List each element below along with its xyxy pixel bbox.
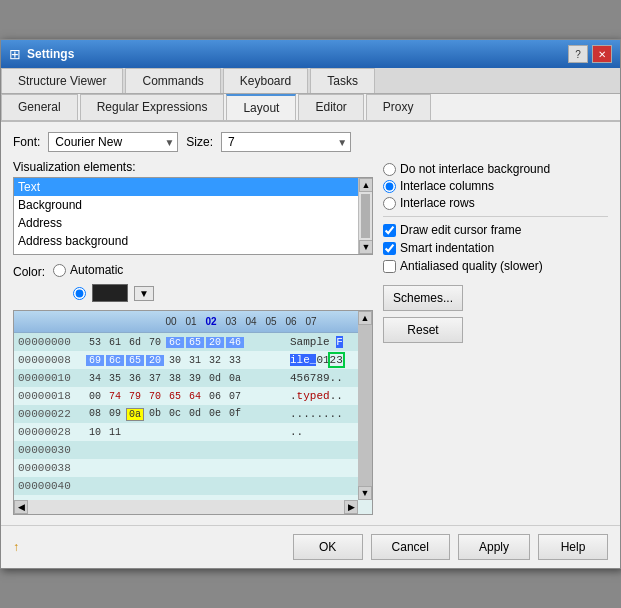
smart-indent-option[interactable]: Smart indentation <box>383 241 608 255</box>
byte-1-4: 30 <box>166 355 184 366</box>
tab-proxy[interactable]: Proxy <box>366 94 431 120</box>
hex-scroll-up[interactable]: ▲ <box>358 311 372 325</box>
byte-3-6: 06 <box>206 391 224 402</box>
text-cursor-1: 23 <box>330 354 343 366</box>
text-highlight-0: F <box>336 336 343 348</box>
byte-0-0: 53 <box>86 337 104 348</box>
byte-1-3: 20 <box>146 355 164 366</box>
byte-3-4: 65 <box>166 391 184 402</box>
title-bar: ⊞ Settings ? ✕ <box>1 40 620 68</box>
cancel-button[interactable]: Cancel <box>371 534 450 560</box>
color-label: Color: <box>13 265 45 279</box>
antialiased-option[interactable]: Antialiased quality (slower) <box>383 259 608 273</box>
tab-structure-viewer[interactable]: Structure Viewer <box>1 68 123 93</box>
tab-tasks[interactable]: Tasks <box>310 68 375 93</box>
byte-5-2 <box>126 427 144 438</box>
window-title: Settings <box>27 47 74 61</box>
hex-container: 00 01 02 03 04 05 06 07 00000000 <box>13 310 373 515</box>
byte-5-4 <box>166 427 184 438</box>
addr-1: 00000008 <box>14 354 86 366</box>
tab-general[interactable]: General <box>1 94 78 120</box>
tab-layout[interactable]: Layout <box>226 94 296 120</box>
scroll-up-arrow[interactable]: ▲ <box>359 178 373 192</box>
viz-item-address[interactable]: Address <box>14 214 372 232</box>
viz-item-background[interactable]: Background <box>14 196 372 214</box>
scroll-thumb[interactable] <box>361 194 370 238</box>
byte-4-0: 08 <box>86 408 104 421</box>
byte-3-5: 64 <box>186 391 204 402</box>
hex-row-0: 00000000 53 61 6d 70 6c 65 20 46 <box>14 333 372 351</box>
smart-indent-label: Smart indentation <box>400 241 494 255</box>
hex-row-5: 00000028 10 11 . <box>14 423 372 441</box>
automatic-radio-label[interactable]: Automatic <box>53 263 123 277</box>
byte-1-5: 31 <box>186 355 204 366</box>
byte-3-7: 07 <box>226 391 244 402</box>
font-select-wrap: Courier New ▼ <box>48 132 178 152</box>
byte-2-7: 0a <box>226 373 244 384</box>
addr-5: 00000028 <box>14 426 86 438</box>
addr-4: 00000022 <box>14 408 86 420</box>
no-interlace-option[interactable]: Do not interlace background <box>383 162 608 176</box>
draw-cursor-checkbox[interactable] <box>383 224 396 237</box>
color-dropdown-button[interactable]: ▼ <box>134 286 154 301</box>
interlace-cols-radio[interactable] <box>383 180 396 193</box>
hex-row-4: 00000022 08 09 0a 0b 0c 0d 0e 0f <box>14 405 372 423</box>
interlace-rows-radio[interactable] <box>383 197 396 210</box>
tab-commands[interactable]: Commands <box>125 68 220 93</box>
bytes-5: 10 11 <box>86 427 286 438</box>
addr-7: 00000038 <box>14 462 86 474</box>
bottom-bar: ↑ OK Cancel Apply Help <box>1 525 620 568</box>
hex-vscrollbar[interactable]: ▲ ▼ <box>358 311 372 500</box>
font-label: Font: <box>13 135 40 149</box>
close-button[interactable]: ✕ <box>592 45 612 63</box>
bytes-3: 00 74 79 70 65 64 06 07 <box>86 391 286 402</box>
byte-4-6: 0e <box>206 408 224 421</box>
size-label: Size: <box>186 135 213 149</box>
color-radio[interactable] <box>73 287 86 300</box>
byte-5-5 <box>186 427 204 438</box>
viz-scrollbar[interactable]: ▲ ▼ <box>358 178 372 254</box>
help-button[interactable]: Help <box>538 534 608 560</box>
byte-0-1: 61 <box>106 337 124 348</box>
tab-editor[interactable]: Editor <box>298 94 363 120</box>
col-header-01: 01 <box>182 316 200 327</box>
scroll-down-arrow[interactable]: ▼ <box>359 240 373 254</box>
byte-0-4: 6c <box>166 337 184 348</box>
byte-5-7 <box>226 427 244 438</box>
hex-row-2: 00000010 34 35 36 37 38 39 0d 0a <box>14 369 372 387</box>
size-select[interactable]: 7 <box>221 132 351 152</box>
smart-indent-checkbox[interactable] <box>383 242 396 255</box>
help-title-button[interactable]: ? <box>568 45 588 63</box>
byte-5-1: 11 <box>106 427 124 438</box>
tab-keyboard[interactable]: Keyboard <box>223 68 308 93</box>
interlace-rows-label: Interlace rows <box>400 196 475 210</box>
viz-item-address-bg[interactable]: Address background <box>14 232 372 250</box>
viz-item-text[interactable]: Text <box>14 178 372 196</box>
reset-button[interactable]: Reset <box>383 317 463 343</box>
addr-0: 00000000 <box>14 336 86 348</box>
hex-scroll-down[interactable]: ▼ <box>358 486 372 500</box>
apply-button[interactable]: Apply <box>458 534 530 560</box>
ok-button[interactable]: OK <box>293 534 363 560</box>
draw-cursor-option[interactable]: Draw edit cursor frame <box>383 223 608 237</box>
byte-0-5: 65 <box>186 337 204 348</box>
color-swatch[interactable] <box>92 284 128 302</box>
interlace-rows-option[interactable]: Interlace rows <box>383 196 608 210</box>
addr-8: 00000040 <box>14 480 86 492</box>
no-interlace-radio[interactable] <box>383 163 396 176</box>
left-panel: Visualization elements: Text Background … <box>13 160 373 515</box>
tab-row-1: Structure Viewer Commands Keyboard Tasks <box>1 68 620 94</box>
automatic-radio[interactable] <box>53 264 66 277</box>
schemes-button[interactable]: Schemes... <box>383 285 463 311</box>
tab-regular-expressions[interactable]: Regular Expressions <box>80 94 225 120</box>
hex-scroll-thumb[interactable] <box>358 325 372 486</box>
hex-scroll-left[interactable]: ◀ <box>14 500 28 514</box>
antialiased-checkbox[interactable] <box>383 260 396 273</box>
hex-scroll-right[interactable]: ▶ <box>344 500 358 514</box>
font-select[interactable]: Courier New <box>48 132 178 152</box>
byte-4-1: 09 <box>106 408 124 421</box>
window-icon: ⊞ <box>9 46 21 62</box>
interlace-cols-option[interactable]: Interlace columns <box>383 179 608 193</box>
size-select-wrap: 7 ▼ <box>221 132 351 152</box>
hex-hscrollbar[interactable]: ◀ ▶ <box>14 500 358 514</box>
